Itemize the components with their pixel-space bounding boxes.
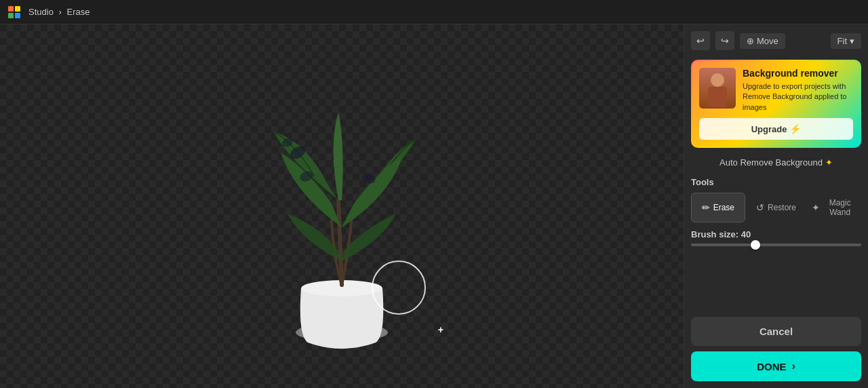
plant-container: [233, 78, 450, 363]
auto-remove-background-button[interactable]: Auto Remove Background ✦: [691, 155, 861, 170]
done-button[interactable]: DONE ›: [691, 351, 861, 381]
eraser-plus-icon: +: [438, 324, 443, 335]
brush-thumb[interactable]: [751, 240, 760, 250]
brush-track: [691, 244, 861, 246]
done-arrow-icon: ›: [792, 360, 795, 372]
redo-icon: ↪: [721, 35, 729, 46]
main-layout: + ↩ ↪ ⊕ Move Fit ▾: [0, 24, 868, 388]
brush-slider[interactable]: [691, 244, 861, 246]
plant-svg: [233, 78, 450, 363]
restore-icon: ↺: [756, 202, 764, 213]
fit-dropdown[interactable]: Fit ▾: [831, 33, 861, 49]
bg-remover-description: Upgrade to export projects with Remove B…: [743, 81, 853, 113]
erase-tool-button[interactable]: ✏ Erase: [691, 193, 745, 222]
breadcrumb-page: Erase: [66, 7, 90, 17]
person-silhouette: [699, 68, 736, 109]
move-icon: ⊕: [747, 36, 754, 46]
bg-remover-card: Background remover Upgrade to export pro…: [691, 60, 861, 148]
logo-sq-3: [8, 13, 14, 18]
breadcrumb-separator: ›: [59, 7, 62, 17]
erase-label: Erase: [713, 203, 734, 212]
redo-button[interactable]: ↪: [715, 31, 734, 50]
undo-icon: ↩: [696, 35, 705, 46]
topbar: Studio › Erase: [0, 0, 868, 24]
cancel-button[interactable]: Cancel: [691, 317, 861, 346]
magic-wand-tool-button[interactable]: ✦ Magic Wand: [807, 193, 861, 222]
brush-label: Brush size: 40: [691, 229, 861, 239]
cancel-label: Cancel: [760, 326, 793, 337]
chevron-down-icon: ▾: [850, 36, 854, 46]
upgrade-button[interactable]: Upgrade ⚡: [699, 118, 853, 140]
logo-sq-2: [15, 6, 20, 12]
undo-button[interactable]: ↩: [691, 31, 710, 50]
restore-tool-button[interactable]: ↺ Restore: [749, 193, 804, 222]
sparkle-icon: ✦: [825, 157, 833, 168]
tools-label: Tools: [691, 177, 861, 187]
bg-remover-title: Background remover: [743, 68, 853, 79]
bg-remover-text: Background remover Upgrade to export pro…: [743, 68, 853, 113]
brush-value: 40: [741, 229, 751, 239]
magic-wand-label: Magic Wand: [823, 198, 856, 217]
canvas-area[interactable]: +: [0, 24, 684, 388]
tools-section: Tools ✏ Erase ↺ Restore ✦ Magic Wand: [691, 177, 861, 222]
bottom-buttons: Cancel DONE ›: [691, 317, 861, 381]
bg-remover-inner: Background remover Upgrade to export pro…: [692, 61, 860, 147]
lightning-icon: ⚡: [789, 123, 801, 134]
eraser-icon: ✏: [702, 202, 710, 213]
done-label: DONE: [757, 361, 786, 372]
tools-row: ✏ Erase ↺ Restore ✦ Magic Wand: [691, 193, 861, 222]
breadcrumb-app: Studio: [28, 7, 54, 17]
move-button[interactable]: ⊕ Move: [740, 33, 785, 49]
restore-label: Restore: [768, 203, 796, 212]
toolbar-row: ↩ ↪ ⊕ Move Fit ▾: [691, 31, 861, 50]
auto-remove-label: Auto Remove Background: [719, 157, 823, 168]
right-panel: ↩ ↪ ⊕ Move Fit ▾ Back: [684, 24, 868, 388]
fit-label: Fit: [837, 36, 847, 46]
logo-sq-4: [15, 13, 20, 18]
brush-label-text: Brush size:: [691, 229, 738, 239]
magic-wand-icon: ✦: [812, 202, 820, 213]
spacer: [691, 253, 861, 310]
bg-remover-image: [699, 68, 736, 109]
app-logo: Studio › Erase: [8, 6, 90, 18]
breadcrumb: Studio › Erase: [28, 7, 90, 17]
logo-sq-1: [8, 6, 14, 12]
logo-squares: [8, 6, 20, 18]
bg-remover-top: Background remover Upgrade to export pro…: [699, 68, 853, 113]
move-label: Move: [757, 36, 778, 46]
brush-section: Brush size: 40: [691, 229, 861, 246]
upgrade-label: Upgrade: [751, 124, 787, 134]
